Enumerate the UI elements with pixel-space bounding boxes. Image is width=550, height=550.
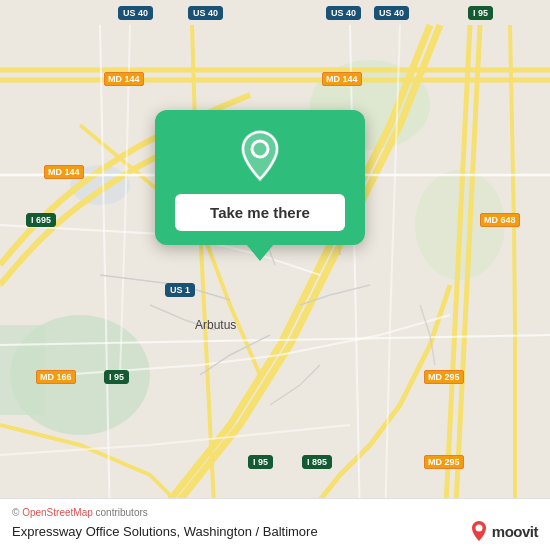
shield-us40-1: US 40 [118,6,153,20]
svg-point-7 [475,525,482,532]
shield-us40-3: US 40 [326,6,361,20]
location-name: Expressway Office Solutions, Washington … [12,524,318,539]
arbutus-label: Arbutus [195,318,236,332]
shield-us40-4: US 40 [374,6,409,20]
shield-md648: MD 648 [480,213,520,227]
shield-i95-1: I 95 [104,370,129,384]
shield-md144-3: MD 144 [44,165,84,179]
moovit-pin-icon [470,520,488,542]
take-me-there-button[interactable]: Take me there [175,194,345,231]
shield-us40-2: US 40 [188,6,223,20]
shield-i95-2: I 95 [248,455,273,469]
shield-md144-1: MD 144 [104,72,144,86]
copyright-suffix: contributors [93,507,148,518]
shield-md295-2: MD 295 [424,455,464,469]
openstreetmap-link[interactable]: OpenStreetMap [22,507,93,518]
map-container: US 40 US 40 US 40 US 40 MD 144 MD 144 MD… [0,0,550,550]
copyright-symbol: © [12,507,22,518]
popup-card: Take me there [155,110,365,245]
shield-md166: MD 166 [36,370,76,384]
shield-md144-2: MD 144 [322,72,362,86]
shield-md295-1: MD 295 [424,370,464,384]
shield-i95-3: I 95 [468,6,493,20]
location-row: Expressway Office Solutions, Washington … [12,520,538,542]
shield-i895: I 895 [302,455,332,469]
map-background [0,0,550,550]
moovit-brand-text: moovit [492,523,538,540]
shield-i695: I 695 [26,213,56,227]
bottom-bar: © OpenStreetMap contributors Expressway … [0,498,550,550]
location-pin-icon [236,128,284,184]
shield-us1: US 1 [165,283,195,297]
copyright-text: © OpenStreetMap contributors [12,507,538,518]
moovit-logo: moovit [470,520,538,542]
